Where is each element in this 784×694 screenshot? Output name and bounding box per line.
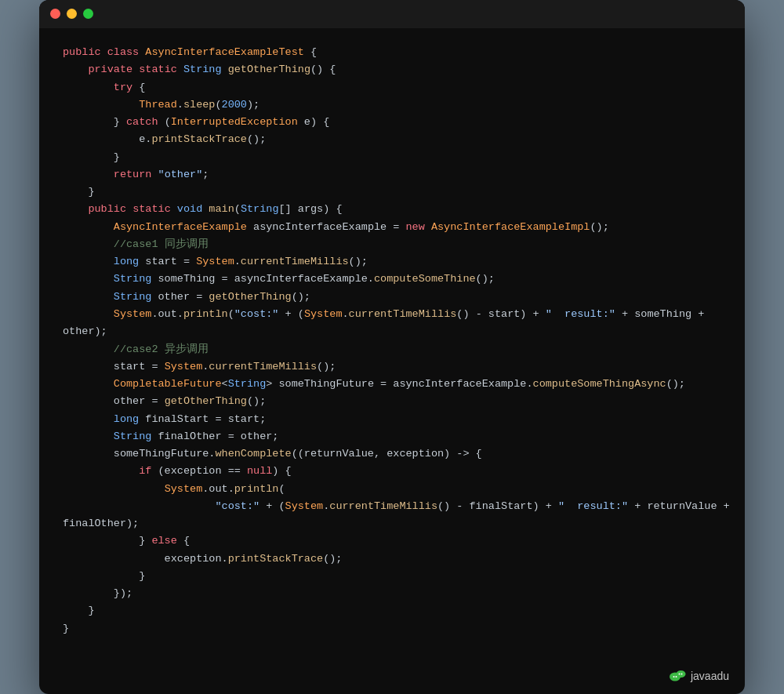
- code-line: long finalStart = start;: [63, 411, 721, 428]
- code-line: String someThing = asyncInterfaceExample…: [63, 271, 721, 288]
- code-line: Thread.sleep(2000);: [63, 96, 721, 114]
- code-line: try {: [63, 79, 721, 96]
- code-line: //case1 同步调用: [63, 236, 721, 253]
- code-line: String finalOther = other;: [63, 428, 721, 445]
- code-line: System.out.println("cost:" + (System.cur…: [63, 306, 721, 323]
- watermark-text: javaadu: [691, 670, 729, 682]
- titlebar: [39, 0, 745, 28]
- svg-point-5: [681, 674, 682, 675]
- code-line: System.out.println(: [63, 481, 721, 498]
- code-line: other = getOtherThing();: [63, 393, 721, 410]
- code-line: }: [63, 149, 721, 166]
- code-line: String other = getOtherThing();: [63, 289, 721, 306]
- code-line: CompletableFuture<String> someThingFutur…: [63, 376, 721, 393]
- close-button[interactable]: [50, 9, 60, 19]
- code-line: exception.printStackTrace();: [63, 550, 721, 568]
- code-line: public static void main(String[] args) {: [63, 201, 721, 218]
- code-line: public class AsyncInterfaceExampleTest {: [63, 44, 721, 61]
- maximize-button[interactable]: [83, 9, 93, 19]
- svg-point-4: [678, 674, 680, 675]
- code-line: }: [63, 620, 721, 638]
- code-line: other);: [63, 323, 721, 340]
- code-line: }: [63, 602, 721, 620]
- code-line: } else {: [63, 532, 721, 550]
- code-line: private static String getOtherThing() {: [63, 61, 721, 78]
- minimize-button[interactable]: [67, 9, 77, 19]
- code-line: //case2 异步调用: [63, 341, 721, 358]
- svg-point-2: [673, 676, 674, 678]
- code-line: return "other";: [63, 166, 721, 183]
- code-line: finalOther);: [63, 515, 721, 532]
- code-line: long start = System.currentTimeMillis();: [63, 253, 721, 271]
- code-window: public class AsyncInterfaceExampleTest {…: [39, 0, 745, 694]
- code-line: e.printStackTrace();: [63, 131, 721, 148]
- code-line: if (exception == null) {: [63, 463, 721, 480]
- svg-point-3: [675, 676, 677, 678]
- watermark: javaadu: [39, 661, 745, 694]
- code-line: someThingFuture.whenComplete((returnValu…: [63, 445, 721, 463]
- code-line: start = System.currentTimeMillis();: [63, 358, 721, 376]
- code-line: }: [63, 568, 721, 585]
- code-editor: public class AsyncInterfaceExampleTest {…: [39, 28, 745, 661]
- wechat-icon: [669, 667, 686, 685]
- code-line: AsyncInterfaceExample asyncInterfaceExam…: [63, 219, 721, 236]
- code-line: }: [63, 183, 721, 201]
- code-line: });: [63, 585, 721, 602]
- code-line: } catch (InterruptedException e) {: [63, 114, 721, 131]
- code-line: "cost:" + (System.currentTimeMillis() - …: [63, 498, 721, 515]
